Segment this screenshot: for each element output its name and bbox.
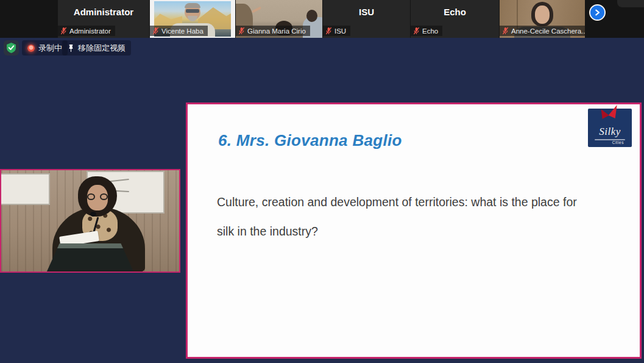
next-participants-button[interactable] bbox=[589, 4, 606, 21]
person-hair bbox=[185, 3, 200, 8]
microphone-icon bbox=[90, 212, 96, 217]
slide-body-line: Culture, creation and development of ter… bbox=[217, 187, 610, 217]
speaker-glasses bbox=[87, 193, 108, 200]
name-tag-label: Echo bbox=[422, 27, 438, 35]
name-tag-label: Anne-Cecile Caschera... bbox=[511, 27, 585, 35]
participant-name: Echo bbox=[411, 7, 499, 17]
participant-tile-anne-cecile[interactable]: Anne-Cecile Caschera... bbox=[500, 0, 585, 38]
person-beard bbox=[188, 16, 197, 21]
muted-mic-icon bbox=[60, 27, 67, 35]
name-tag-label: Administrator bbox=[69, 27, 111, 35]
name-tag-label: Gianna Maria Cirio bbox=[247, 27, 306, 35]
unpin-label: 移除固定视频 bbox=[78, 43, 126, 54]
participant-tile-isu[interactable]: ISU ISU bbox=[323, 0, 410, 38]
name-tag: Vicente Haba bbox=[150, 26, 208, 36]
participant-tile-administrator[interactable]: Administrator Administrator bbox=[58, 0, 149, 38]
window-controls-partial bbox=[617, 0, 644, 7]
name-tag: Administrator bbox=[58, 26, 115, 36]
silky-cities-logo: SilkyCities bbox=[588, 109, 632, 147]
name-tag: Gianna Maria Cirio bbox=[236, 26, 310, 36]
name-tag: ISU bbox=[323, 26, 350, 36]
recording-label: 录制中 bbox=[38, 43, 62, 54]
chevron-right-icon bbox=[594, 9, 601, 16]
recording-indicator: 录制中 bbox=[22, 40, 68, 56]
recording-dot-icon bbox=[27, 45, 35, 52]
unpin-video-button[interactable]: 移除固定视频 bbox=[62, 40, 131, 56]
participant-tile-vicente-haba[interactable]: Vicente Haba bbox=[150, 0, 235, 38]
slide-body-line: silk in the industry? bbox=[217, 217, 610, 246]
participant-name: ISU bbox=[323, 7, 410, 17]
person-hand bbox=[252, 6, 261, 13]
participant-name: Administrator bbox=[58, 7, 149, 17]
slide-body-text: Culture, creation and development of ter… bbox=[217, 187, 610, 246]
security-badge[interactable] bbox=[4, 40, 19, 56]
butterfly-icon bbox=[599, 105, 620, 121]
name-tag-label: Vicente Haba bbox=[161, 27, 203, 35]
speaker-video-scene bbox=[1, 170, 179, 271]
participant-tiles: Administrator Administrator bbox=[58, 0, 585, 38]
person-glasses bbox=[186, 9, 199, 13]
meeting-window: Administrator Administrator bbox=[0, 0, 644, 363]
muted-mic-icon bbox=[152, 27, 159, 35]
name-tag: Anne-Cecile Caschera... bbox=[500, 26, 585, 36]
participant-strip: Administrator Administrator bbox=[0, 0, 644, 38]
name-tag-label: ISU bbox=[334, 27, 346, 35]
pushpin-icon bbox=[68, 44, 74, 52]
person-face bbox=[535, 5, 550, 24]
shared-screen-slide: 6. Mrs. Giovanna Baglio Culture, creatio… bbox=[186, 102, 642, 359]
person-head bbox=[306, 10, 317, 22]
participant-tile-gianna-maria-cirio[interactable]: Gianna Maria Cirio bbox=[236, 0, 322, 38]
logo-sub-text: Cities bbox=[612, 140, 624, 145]
logo-tagline-line bbox=[595, 139, 625, 140]
muted-mic-icon bbox=[238, 27, 245, 35]
logo-brand-text: SilkyCities bbox=[588, 126, 632, 138]
slide-title: 6. Mrs. Giovanna Baglio bbox=[218, 131, 402, 150]
whiteboard bbox=[1, 173, 50, 205]
muted-mic-icon bbox=[502, 27, 509, 35]
shield-check-icon bbox=[7, 43, 16, 53]
muted-mic-icon bbox=[325, 27, 332, 35]
muted-mic-icon bbox=[413, 27, 420, 35]
pinned-speaker-video[interactable] bbox=[0, 169, 180, 273]
participant-tile-echo[interactable]: Echo Echo bbox=[411, 0, 499, 38]
name-tag: Echo bbox=[411, 26, 442, 36]
